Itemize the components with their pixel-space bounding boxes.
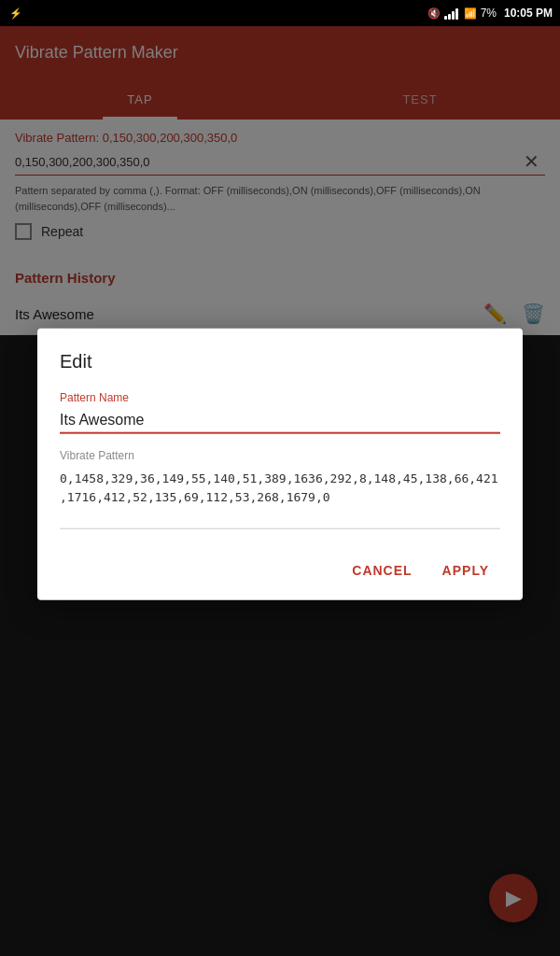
signal-icon: [444, 7, 458, 20]
dialog-pattern-name-field: Pattern Name: [60, 391, 500, 434]
dialog-vibrate-pattern-input[interactable]: 0,1458,329,36,149,55,140,51,389,1636,292…: [60, 466, 500, 529]
edit-dialog: Edit Pattern Name Vibrate Pattern 0,1458…: [37, 329, 523, 600]
battery-icon: 7%: [481, 7, 497, 20]
cancel-button[interactable]: CANCEL: [341, 555, 423, 584]
app-icon: ⚡: [9, 7, 22, 20]
status-bar-right: 🔇 📶 7% 10:05 PM: [427, 7, 553, 20]
dialog-vibrate-pattern-label: Vibrate Pattern: [60, 449, 500, 462]
mute-icon: 🔇: [427, 7, 441, 20]
status-time: 10:05 PM: [504, 7, 553, 20]
dialog-pattern-name-label: Pattern Name: [60, 391, 500, 404]
status-bar-left: ⚡: [9, 7, 22, 20]
wifi-icon: 📶: [464, 7, 477, 20]
dialog-title: Edit: [60, 351, 500, 373]
dialog-pattern-name-input[interactable]: [60, 408, 500, 434]
dialog-actions: CANCEL APPLY: [60, 555, 500, 584]
apply-button[interactable]: APPLY: [431, 555, 500, 584]
dialog-vibrate-pattern-field: Vibrate Pattern 0,1458,329,36,149,55,140…: [60, 449, 500, 533]
status-bar: ⚡ 🔇 📶 7% 10:05 PM: [0, 0, 560, 26]
app-container: Vibrate Pattern Maker TAP TEST Vibrate P…: [0, 26, 560, 956]
